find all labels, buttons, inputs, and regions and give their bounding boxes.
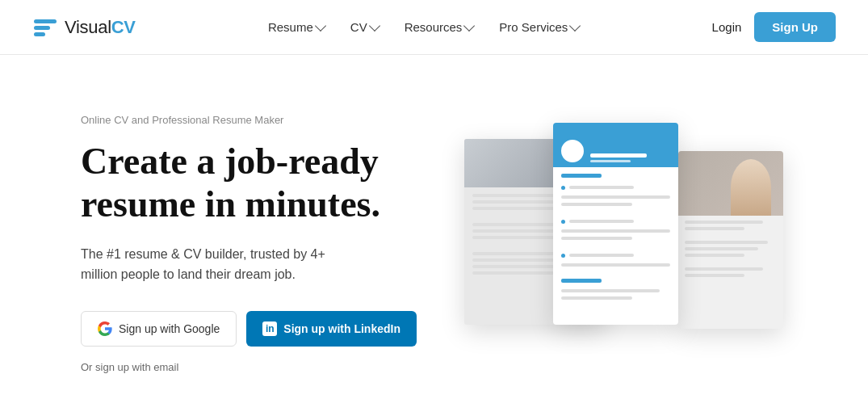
card-line bbox=[472, 236, 554, 239]
person-silhouette bbox=[731, 159, 771, 216]
chevron-down-icon bbox=[463, 20, 475, 32]
google-signup-button[interactable]: Sign up with Google bbox=[81, 311, 237, 347]
cta-buttons: Sign up with Google in Sign up with Link… bbox=[81, 311, 436, 347]
nav-item-pro-services[interactable]: Pro Services bbox=[499, 20, 579, 34]
card-line bbox=[685, 267, 763, 271]
card-body bbox=[553, 167, 678, 306]
card-avatar bbox=[561, 140, 584, 162]
email-signup-link[interactable]: Or sign up with email bbox=[81, 361, 436, 373]
logo-area: VisualCV bbox=[32, 16, 136, 39]
card-dot bbox=[561, 220, 565, 224]
card-name-lines bbox=[590, 153, 647, 162]
card-photo bbox=[678, 151, 783, 216]
card-line bbox=[472, 271, 554, 275]
card-line bbox=[590, 160, 631, 162]
resume-card-main bbox=[553, 123, 678, 325]
card-line bbox=[561, 229, 670, 233]
logo-icon bbox=[32, 16, 58, 39]
login-button[interactable]: Login bbox=[712, 20, 742, 34]
chevron-down-icon bbox=[369, 20, 380, 32]
svg-rect-0 bbox=[34, 19, 57, 23]
card-dot-line bbox=[561, 220, 670, 224]
card-dot bbox=[561, 186, 565, 190]
card-line bbox=[472, 258, 560, 262]
card-line bbox=[590, 153, 647, 158]
card-dot-line bbox=[561, 254, 670, 258]
card-dot-line bbox=[561, 186, 670, 190]
card-line bbox=[685, 221, 763, 224]
chevron-down-icon bbox=[569, 20, 581, 32]
svg-rect-1 bbox=[34, 26, 50, 30]
card-line bbox=[685, 274, 744, 277]
card-line bbox=[569, 254, 634, 257]
nav-item-cv[interactable]: CV bbox=[350, 20, 379, 34]
hero-description: The #1 resume & CV builder, trusted by 4… bbox=[81, 244, 355, 285]
google-icon bbox=[98, 321, 112, 336]
hero-subtitle: Online CV and Professional Resume Maker bbox=[81, 114, 436, 126]
card-line bbox=[685, 254, 744, 257]
nav-menu: Resume CV Resources Pro Services bbox=[268, 20, 579, 34]
hero-content: Online CV and Professional Resume Maker … bbox=[81, 114, 436, 373]
nav-item-resources[interactable]: Resources bbox=[405, 20, 474, 34]
card-line bbox=[569, 186, 634, 189]
card-line bbox=[561, 237, 632, 240]
card-line bbox=[472, 229, 566, 233]
hero-section: Online CV and Professional Resume Maker … bbox=[0, 55, 868, 416]
navbar-auth: Login Sign Up bbox=[712, 12, 836, 42]
card-line bbox=[561, 203, 632, 206]
card-line bbox=[561, 289, 660, 292]
linkedin-signup-button[interactable]: in Sign up with LinkedIn bbox=[246, 311, 417, 347]
card-section-label bbox=[561, 174, 602, 178]
card-section-label bbox=[561, 279, 602, 283]
card-line bbox=[561, 195, 670, 199]
card-line bbox=[569, 220, 634, 223]
card-line bbox=[561, 296, 632, 300]
card-line bbox=[685, 227, 744, 230]
resume-card-right bbox=[678, 151, 783, 329]
right-card-body bbox=[678, 216, 783, 282]
card-line bbox=[685, 241, 768, 244]
card-line bbox=[472, 207, 554, 210]
hero-title: Create a job-ready resume in minutes. bbox=[81, 141, 436, 226]
resume-preview bbox=[464, 107, 836, 381]
svg-rect-2 bbox=[34, 32, 45, 36]
card-line bbox=[685, 247, 758, 250]
chevron-down-icon bbox=[315, 20, 326, 32]
card-header bbox=[553, 123, 678, 167]
navbar: VisualCV Resume CV Resources Pro Service… bbox=[0, 0, 868, 55]
linkedin-icon: in bbox=[262, 321, 277, 336]
signup-button[interactable]: Sign Up bbox=[754, 12, 836, 42]
nav-item-resume[interactable]: Resume bbox=[268, 20, 325, 34]
logo-text[interactable]: VisualCV bbox=[65, 17, 136, 38]
card-dot bbox=[561, 254, 565, 258]
card-line bbox=[561, 263, 670, 267]
